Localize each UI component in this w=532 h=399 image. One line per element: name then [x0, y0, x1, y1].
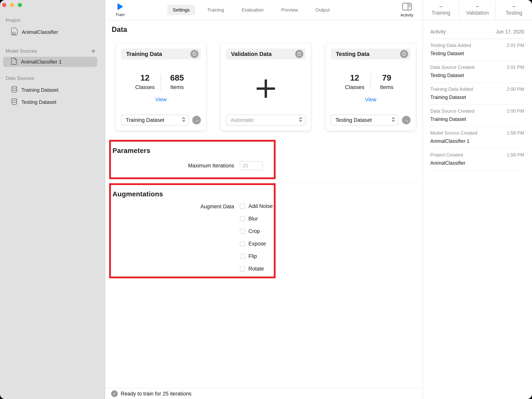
- validation-metric-value: –: [476, 4, 479, 8]
- activity-title: Activity: [430, 29, 446, 35]
- entry-time: 2:01 PM: [507, 64, 524, 70]
- view-training-data-link[interactable]: View: [116, 97, 206, 103]
- dropdown-value: Training Dataset: [126, 117, 164, 123]
- open-training-source-button[interactable]: →: [192, 116, 201, 124]
- view-testing-data-link[interactable]: View: [326, 97, 416, 103]
- validation-data-source-dropdown[interactable]: Automatic: [226, 115, 306, 126]
- card-title: Validation Data: [231, 51, 272, 57]
- toolbar: Train Settings Training Evaluation Previ…: [105, 0, 423, 20]
- refresh-icon[interactable]: [295, 50, 303, 58]
- augmentation-option-flip: Flip: [240, 253, 273, 260]
- training-data-source-dropdown[interactable]: Training Dataset: [121, 115, 189, 126]
- testing-metric-value: –: [512, 4, 516, 8]
- chevron-up-down-icon: [391, 117, 395, 124]
- training-metric: – Training: [423, 0, 459, 20]
- sidebar-item-label: AnimalClassifier: [22, 29, 58, 35]
- entry-time: 2:00 PM: [507, 108, 524, 114]
- dataset-stats: 12 Classes 685 Items: [116, 73, 206, 90]
- data-sources-section-label: Data Sources: [6, 76, 34, 81]
- classes-count: 12: [130, 73, 160, 82]
- entry-time: 1:58 PM: [507, 130, 524, 136]
- activity-panel-toggle-button[interactable]: Activity: [400, 3, 413, 17]
- refresh-icon[interactable]: [400, 50, 408, 58]
- sidebar-item-label: AnimalClassifier 1: [21, 59, 62, 65]
- entry-subtitle: Training Dataset: [430, 95, 524, 100]
- activity-panel: – Training – Validation – Testing Activi…: [423, 0, 532, 399]
- tab-settings[interactable]: Settings: [167, 5, 195, 15]
- flip-checkbox[interactable]: [240, 254, 245, 259]
- validation-data-card-footer: Automatic: [226, 115, 306, 126]
- add-model-source-button[interactable]: +: [91, 47, 95, 55]
- sidebar-item-project[interactable]: ML AnimalClassifier: [0, 27, 105, 37]
- page-title: Data: [112, 25, 127, 34]
- expose-checkbox[interactable]: [240, 241, 245, 247]
- arrow-right-icon: →: [404, 117, 409, 123]
- entry-subtitle: Training Dataset: [430, 116, 524, 122]
- train-button[interactable]: Train: [115, 3, 125, 17]
- ready-check-icon: ✓: [111, 390, 118, 397]
- sidebar-item-training-dataset[interactable]: Training Dataset: [0, 85, 105, 95]
- crop-checkbox[interactable]: [240, 229, 245, 234]
- entry-subtitle: AnimalClassifier: [430, 160, 524, 166]
- classes-label: Classes: [340, 84, 369, 90]
- ml-document-icon: ML: [11, 28, 18, 37]
- activity-date: Jun 17, 2020: [496, 29, 524, 35]
- dropdown-value: Automatic: [231, 117, 254, 123]
- svg-text:ML: ML: [13, 32, 15, 34]
- database-icon: [11, 98, 17, 106]
- entry-title: Data Source Created: [430, 64, 474, 70]
- dataset-stats: 12 Classes 79 Items: [326, 73, 416, 90]
- tab-output[interactable]: Output: [310, 5, 335, 15]
- training-data-card-footer: Training Dataset →: [121, 115, 201, 126]
- validation-data-card: Validation Data: [221, 44, 311, 131]
- sidebar-item-model-source[interactable]: AnimalClassifier 1: [3, 57, 97, 67]
- model-document-icon: [11, 57, 17, 66]
- settings-content: Data Training Data: [105, 20, 423, 388]
- option-label: Crop: [248, 228, 260, 234]
- training-data-card-header: Training Data: [121, 49, 201, 59]
- sidebar-item-testing-dataset[interactable]: Testing Dataset: [0, 97, 105, 107]
- items-label: Items: [372, 84, 401, 90]
- tab-training[interactable]: Training: [202, 5, 230, 15]
- entry-subtitle: Testing Dataset: [430, 73, 524, 78]
- sidebar-item-label: Training Dataset: [21, 87, 58, 93]
- training-metric-label: Training: [431, 10, 450, 16]
- zoom-window-button[interactable]: [18, 3, 22, 7]
- close-window-button[interactable]: [2, 3, 6, 7]
- max-iterations-input[interactable]: [240, 161, 263, 170]
- project-section-header: Project: [0, 18, 105, 23]
- activity-entry: Model Source Created 1:58 PM AnimalClass…: [430, 127, 524, 148]
- model-sources-section-header: Model Sources +: [0, 47, 105, 55]
- augmentation-option-add-noise: Add Noise: [240, 203, 273, 209]
- main-column: Train Settings Training Evaluation Previ…: [105, 0, 423, 399]
- chevron-up-down-icon: [299, 117, 303, 124]
- add-noise-checkbox[interactable]: [240, 204, 245, 209]
- testing-data-source-dropdown[interactable]: Testing Dataset: [331, 115, 399, 126]
- activity-entry: Training Data Added 2:00 PM Training Dat…: [430, 83, 524, 105]
- activity-entry: Testing Data Added 2:01 PM Testing Datas…: [430, 39, 524, 61]
- add-validation-data-button[interactable]: [255, 78, 277, 100]
- train-button-label: Train: [115, 12, 125, 17]
- play-icon: [117, 3, 123, 11]
- validation-metric-label: Validation: [466, 10, 489, 16]
- blur-checkbox[interactable]: [240, 216, 245, 222]
- rotate-checkbox[interactable]: [240, 266, 245, 272]
- minimize-window-button[interactable]: [10, 3, 14, 7]
- data-cards: Training Data 12 Classes: [116, 44, 416, 131]
- testing-metric-label: Testing: [506, 10, 522, 16]
- parameters-section-title: Parameters: [111, 142, 274, 154]
- items-count: 685: [162, 73, 192, 82]
- option-label: Add Noise: [248, 203, 273, 209]
- activity-list: Activity Jun 17, 2020 Testing Data Added…: [430, 20, 524, 170]
- items-stat: 685 Items: [162, 73, 192, 90]
- status-message: Ready to train for 25 iterations: [121, 391, 191, 397]
- testing-data-card: Testing Data 12 Classes: [326, 44, 416, 131]
- tab-evaluation[interactable]: Evaluation: [236, 5, 269, 15]
- window-controls: [0, 0, 105, 7]
- createml-window: Project ML AnimalClassifier Model Source…: [0, 0, 532, 399]
- check-glyph: ✓: [113, 391, 116, 396]
- tab-preview[interactable]: Preview: [276, 5, 303, 15]
- refresh-icon[interactable]: [190, 50, 198, 58]
- open-testing-source-button[interactable]: →: [402, 116, 411, 124]
- entry-title: Project Created: [430, 152, 463, 158]
